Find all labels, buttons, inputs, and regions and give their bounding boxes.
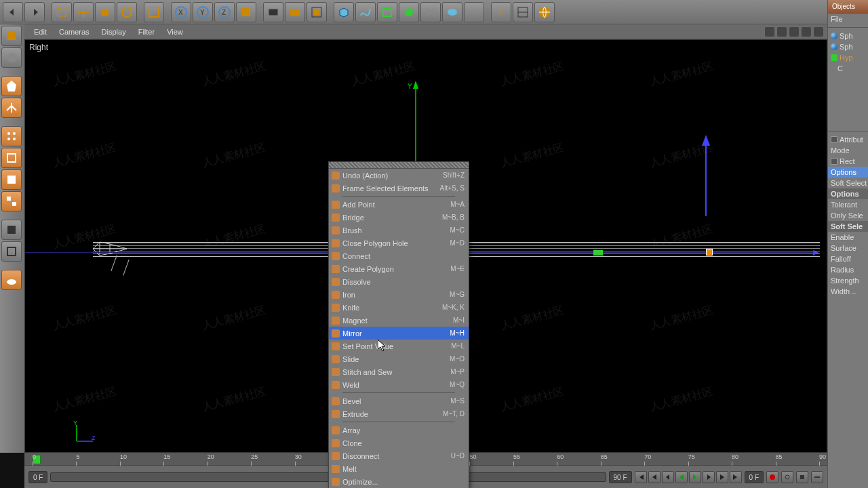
render-view-button[interactable]	[263, 2, 283, 22]
context-menu-item-stitch-and-sew[interactable]: Stitch and SewM~P	[329, 365, 469, 378]
spline-button[interactable]	[355, 2, 376, 22]
hierarchy-item-child[interactable]: C	[828, 63, 868, 74]
menu-display[interactable]: Display	[96, 26, 132, 38]
context-menu-item-disconnect[interactable]: DisconnectU~D	[329, 449, 469, 462]
hierarchy-item-sphere-2[interactable]: Sph	[828, 41, 868, 52]
live-select-tool[interactable]	[1, 26, 22, 46]
z-axis-button[interactable]: Z	[214, 2, 235, 22]
frame-end-field[interactable]: 90 F	[609, 471, 632, 483]
y-axis-button[interactable]: Y	[193, 2, 213, 22]
viewport-icon-5[interactable]	[814, 27, 823, 37]
hierarchy-item-hypernurbs[interactable]: Hyp	[828, 52, 868, 63]
context-menu-item-extrude[interactable]: ExtrudeM~T, D	[329, 407, 469, 420]
goto-end-button[interactable]	[730, 471, 742, 483]
context-menu-item-bridge[interactable]: BridgeM~B, B	[329, 211, 469, 224]
viewport-icon-3[interactable]	[789, 27, 799, 37]
frame-current-field[interactable]: 0 F	[745, 471, 764, 483]
falloff-option[interactable]: Falloff	[828, 253, 868, 264]
menu-cameras[interactable]: Cameras	[54, 26, 95, 38]
viewport-icon-4[interactable]	[802, 27, 811, 37]
context-menu-item-melt[interactable]: Melt	[329, 462, 469, 475]
menu-filter[interactable]: Filter	[133, 26, 160, 38]
context-menu-item-create-polygon[interactable]: Create PolygonM~E	[329, 262, 469, 275]
cube-primitive-button[interactable]	[334, 2, 354, 22]
polygons-mode-button[interactable]	[1, 169, 22, 190]
x-axis-button[interactable]: X	[171, 2, 191, 22]
next-frame-button[interactable]	[703, 471, 715, 483]
move-tool[interactable]	[73, 2, 94, 22]
context-menu-item-set-point-value[interactable]: Set Point ValueM~L	[329, 340, 469, 352]
context-menu-item-frame-selected-elements[interactable]: Frame Selected ElementsAlt+S, S	[329, 182, 469, 195]
context-menu-item-slide[interactable]: SlideM~O	[329, 352, 469, 365]
tolerant-option[interactable]: Tolerant	[828, 199, 868, 210]
context-menu-item-magnet[interactable]: MagnetM~I	[329, 314, 469, 327]
object-axis-button[interactable]	[1, 98, 22, 118]
deformer-button[interactable]	[420, 2, 441, 22]
context-menu-item-brush[interactable]: BrushM~C	[329, 224, 469, 237]
prev-key-button[interactable]	[648, 471, 660, 483]
hierarchy-item-sphere-1[interactable]: Sph	[828, 30, 868, 41]
autokey-button[interactable]	[781, 471, 793, 483]
context-menu-item-connect[interactable]: Connect	[329, 249, 469, 262]
axis-navigator[interactable]: Y Z	[71, 420, 98, 447]
context-menu-item-clone[interactable]: Clone	[329, 436, 469, 449]
menu-edit[interactable]: Edit	[28, 26, 52, 38]
last-tool[interactable]	[144, 2, 164, 22]
objects-tab[interactable]: Objects	[828, 0, 868, 14]
redo-button[interactable]	[24, 2, 45, 22]
strength-option[interactable]: Strength	[828, 275, 868, 286]
workplane-button[interactable]	[1, 270, 22, 290]
rotate-tool[interactable]	[117, 2, 137, 22]
surface-option[interactable]: Surface	[828, 243, 868, 253]
context-menu-item-optimize-[interactable]: Optimize...	[329, 475, 469, 488]
only-select-option[interactable]: Only Sele	[828, 210, 868, 221]
frame-start-field[interactable]: 0 F	[28, 471, 47, 483]
points-mode-button[interactable]	[1, 126, 22, 146]
context-menu-grip[interactable]	[329, 162, 469, 169]
viewport-icon-1[interactable]	[765, 27, 774, 37]
context-menu-item-add-point[interactable]: Add PointM~A	[329, 198, 469, 211]
orange-handle[interactable]	[706, 249, 713, 256]
context-menu-item-iron[interactable]: IronM~G	[329, 288, 469, 301]
key-options-button[interactable]	[811, 471, 823, 483]
goto-start-button[interactable]	[635, 471, 647, 483]
render-settings-button[interactable]	[307, 2, 327, 22]
file-menu[interactable]: File	[828, 14, 868, 24]
modeling-button[interactable]	[399, 2, 419, 22]
menu-view[interactable]: View	[161, 26, 189, 38]
context-menu-item-dissolve[interactable]: Dissolve	[329, 275, 469, 288]
enable-axis-button[interactable]	[1, 220, 22, 240]
make-editable-button[interactable]	[1, 47, 22, 68]
content-browser-button[interactable]	[534, 2, 555, 22]
snap-button[interactable]	[1, 241, 22, 262]
texture-mode-button[interactable]	[1, 191, 22, 211]
options-tab-btn[interactable]: Options	[828, 167, 868, 178]
edges-mode-button[interactable]	[1, 148, 22, 168]
render-active-button[interactable]	[285, 2, 305, 22]
keyframe-sel-button[interactable]	[796, 471, 808, 483]
context-menu-item-knife[interactable]: KnifeM~K, K	[329, 301, 469, 314]
context-menu-item-weld[interactable]: WeldM~Q	[329, 378, 469, 391]
mode-menu[interactable]: Mode	[828, 145, 868, 156]
select-tool[interactable]	[52, 2, 72, 22]
viewport-icon-2[interactable]	[777, 27, 787, 37]
layout-button[interactable]	[513, 2, 533, 22]
nurbs-button[interactable]	[377, 2, 397, 22]
context-menu-item-close-polygon-hole[interactable]: Close Polygon HoleM~D	[329, 237, 469, 249]
context-menu-item-undo-action-[interactable]: Undo (Action)Shift+Z	[329, 169, 469, 182]
context-menu-item-mirror[interactable]: MirrorM~H	[329, 327, 469, 340]
width-option[interactable]: Width ..	[828, 286, 868, 297]
enable-option[interactable]: Enable	[828, 232, 868, 243]
help-button[interactable]: ?	[491, 2, 511, 22]
environment-button[interactable]	[442, 2, 462, 22]
next-key-button[interactable]	[716, 471, 728, 483]
radius-option[interactable]: Radius	[828, 264, 868, 275]
record-button[interactable]	[766, 471, 778, 483]
play-back-button[interactable]	[675, 471, 688, 483]
model-mode-button[interactable]	[1, 76, 22, 96]
attributes-tab[interactable]: Attribut	[828, 134, 868, 145]
soft-selection-tab-btn[interactable]: Soft Select	[828, 178, 868, 188]
context-menu-item-bevel[interactable]: BevelM~S	[329, 394, 469, 407]
undo-button[interactable]	[3, 2, 23, 22]
context-menu-item-array[interactable]: Array	[329, 424, 469, 436]
